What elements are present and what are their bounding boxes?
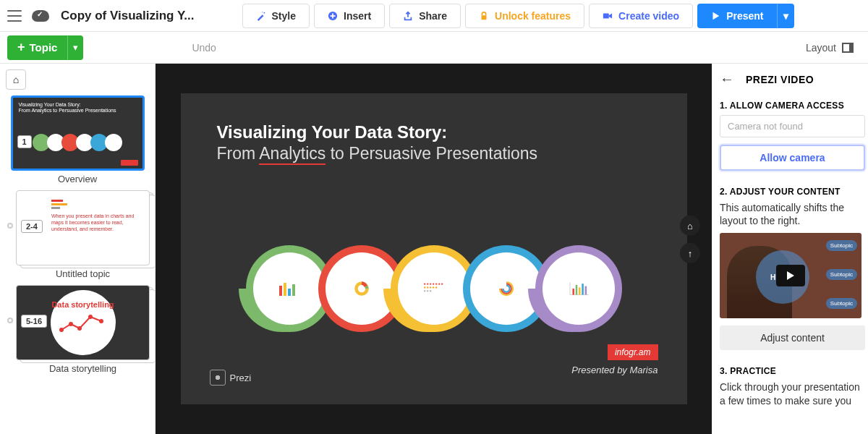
video-subtopic-badge: Subtopic — [826, 269, 857, 280]
section-1-title: 1. ALLOW CAMERA ACCESS — [720, 101, 865, 111]
slide-subtitle[interactable]: From Analytics to Persuasive Presentatio… — [217, 144, 651, 163]
thumb-badge: 2-4 — [21, 220, 43, 233]
adjust-content-button[interactable]: Adjust content — [720, 326, 865, 350]
video-subtopic-badge: Subtopic — [826, 298, 857, 309]
menu-icon[interactable] — [7, 10, 22, 22]
nav-up-button[interactable]: ↑ — [680, 243, 700, 263]
home-icon: ⌂ — [13, 74, 19, 85]
undo-button[interactable]: Undo — [192, 42, 216, 54]
document-title[interactable]: Copy of Visualizing Y... — [61, 9, 195, 23]
topic-circle-3[interactable] — [398, 252, 470, 325]
infogram-badge: infogr.am — [608, 344, 658, 360]
svg-point-8 — [88, 315, 93, 319]
video-preview[interactable]: HELLO Subtopic Subtopic Subtopic — [720, 233, 861, 318]
svg-rect-34 — [579, 287, 581, 294]
section-3-text: Click through your presentation a few ti… — [720, 380, 865, 407]
topic-label: Topic — [30, 41, 58, 54]
topic-circle-5[interactable] — [542, 252, 615, 325]
lock-icon — [479, 11, 489, 21]
style-label: Style — [272, 10, 296, 22]
svg-rect-36 — [584, 286, 587, 295]
presented-by: Presented by Marisa — [571, 365, 658, 375]
layout-label: Layout — [806, 42, 836, 54]
present-button[interactable]: Present — [697, 4, 776, 28]
timeline-dot — [7, 318, 13, 323]
add-topic-button[interactable]: + Topic — [7, 35, 67, 60]
slide-topic-circles — [210, 245, 658, 332]
create-video-button[interactable]: Create video — [589, 4, 693, 28]
present-dropdown[interactable]: ▾ — [777, 4, 794, 28]
insert-button[interactable]: Insert — [314, 4, 385, 28]
plus-icon: + — [17, 40, 25, 55]
unlock-features-button[interactable]: Unlock features — [465, 4, 584, 28]
topic-circle-1[interactable] — [253, 252, 326, 325]
camera-status: Camera not found — [720, 115, 865, 137]
layout-button[interactable]: Layout — [799, 38, 861, 58]
svg-point-5 — [59, 328, 64, 332]
svg-point-29 — [430, 290, 431, 292]
svg-rect-33 — [575, 285, 577, 295]
svg-point-0 — [263, 12, 265, 13]
svg-point-7 — [77, 326, 82, 331]
video-camera-icon — [603, 11, 613, 21]
svg-point-6 — [69, 322, 73, 326]
thumbnail-label: Untitled topic — [56, 268, 110, 279]
canvas[interactable]: Visualizing Your Data Story: From Analyt… — [156, 64, 712, 434]
play-icon — [710, 11, 720, 21]
insert-label: Insert — [344, 10, 371, 22]
svg-rect-12 — [288, 289, 291, 296]
play-button[interactable] — [776, 265, 805, 286]
share-button[interactable]: Share — [389, 4, 461, 28]
svg-rect-10 — [279, 286, 282, 296]
arrow-up-icon: ↑ — [688, 247, 693, 258]
svg-point-28 — [427, 290, 428, 292]
slide-footer-logo: Prezi — [210, 370, 252, 386]
layout-panel-icon — [842, 43, 854, 53]
svg-point-15 — [424, 283, 425, 284]
svg-point-20 — [438, 283, 440, 284]
thumbnail-overview[interactable]: Visualizing Your Data Story: From Analyt… — [11, 95, 145, 171]
wand-icon — [256, 11, 266, 21]
svg-point-18 — [433, 283, 434, 284]
svg-rect-3 — [482, 15, 487, 20]
home-icon: ⌂ — [687, 220, 693, 231]
svg-point-26 — [435, 286, 437, 288]
svg-point-23 — [427, 286, 428, 288]
section-2-text: This automatically shifts the layout to … — [720, 201, 865, 227]
svg-point-21 — [441, 283, 443, 284]
home-button[interactable]: ⌂ — [6, 69, 26, 90]
thumbnail-story[interactable]: 5-16 Data storytelling — [16, 285, 150, 360]
nav-home-button[interactable]: ⌂ — [680, 216, 700, 236]
thumb-text: Visualizing Your Data Story: From Analyt… — [19, 102, 116, 114]
allow-camera-button[interactable]: Allow camera — [720, 145, 865, 171]
svg-rect-35 — [582, 284, 584, 294]
thumb-graphic — [13, 134, 142, 151]
slide-main[interactable]: Visualizing Your Data Story: From Analyt… — [181, 93, 687, 404]
cloud-sync-icon[interactable] — [32, 10, 49, 22]
back-arrow-icon[interactable]: ← — [720, 71, 734, 88]
plus-circle-icon — [328, 11, 338, 21]
thumb-text: When you present data in charts and maps… — [51, 213, 138, 232]
thumb-bars — [51, 200, 67, 209]
topic-dropdown[interactable]: ▾ — [67, 35, 83, 60]
prezi-logo-icon — [210, 370, 226, 386]
svg-rect-13 — [292, 284, 295, 296]
create-video-label: Create video — [618, 10, 679, 22]
panel-title: PREZI VIDEO — [746, 74, 814, 85]
svg-rect-4 — [603, 13, 609, 18]
section-2-title: 2. ADJUST YOUR CONTENT — [720, 187, 865, 197]
thumbnail-label: Data storytelling — [49, 363, 116, 374]
style-button[interactable]: Style — [242, 4, 310, 28]
svg-rect-11 — [284, 283, 286, 296]
svg-point-27 — [424, 290, 425, 292]
present-label: Present — [726, 10, 763, 22]
prezi-video-panel: ← PREZI VIDEO 1. ALLOW CAMERA ACCESS Cam… — [712, 64, 868, 434]
slide-title[interactable]: Visualizing Your Data Story: — [217, 122, 651, 142]
section-3-title: 3. PRACTICE — [720, 366, 865, 376]
svg-point-22 — [424, 286, 425, 288]
prezi-label: Prezi — [230, 373, 252, 383]
thumbnail-untitled[interactable]: 2-4 When you present data in charts and … — [16, 190, 150, 265]
share-label: Share — [419, 10, 447, 22]
svg-point-19 — [435, 283, 437, 284]
thumb-footer-badge — [121, 160, 138, 166]
